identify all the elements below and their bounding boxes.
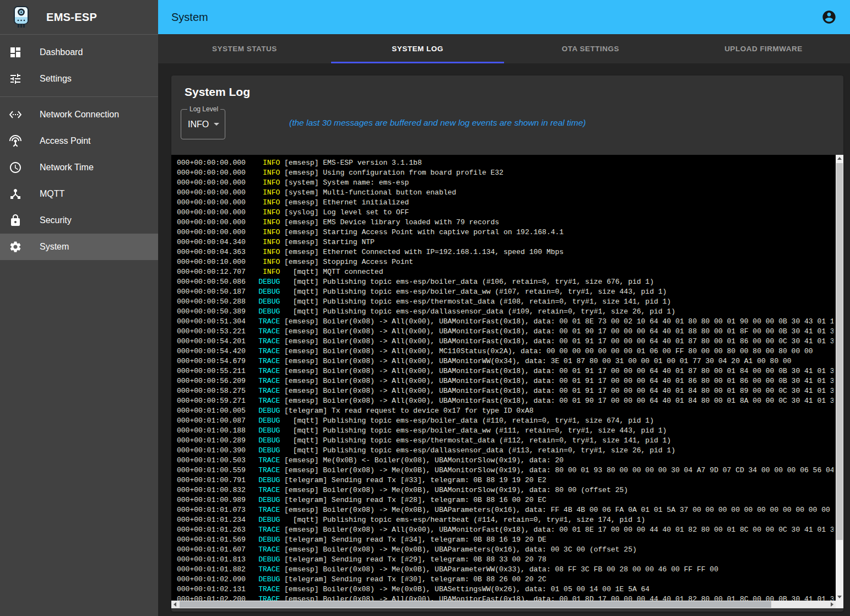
log-level-select[interactable]: Log Level INFO	[181, 109, 225, 139]
scroll-up-button[interactable]	[836, 155, 843, 163]
log-line: 000+00:00:58.275 TRACE [emsesp] Boiler(0…	[177, 386, 833, 396]
sidebar-item-security[interactable]: Security	[0, 207, 158, 234]
sidebar-item-label: Security	[40, 215, 72, 225]
sidebar-item-system[interactable]: System	[0, 234, 158, 260]
tab-label: OTA SETTINGS	[562, 45, 619, 53]
tab-upload-firmware[interactable]: UPLOAD FIRMWARE	[677, 34, 850, 63]
tab-label: SYSTEM STATUS	[212, 45, 277, 53]
log-line: 000+00:00:50.389 DEBUG [mqtt] Publishing…	[177, 307, 833, 317]
sidebar-item-label: Dashboard	[40, 47, 83, 57]
log-line: 000+00:00:00.000 INFO [emsesp] Using con…	[177, 168, 833, 178]
antenna-icon	[9, 134, 22, 148]
sidebar-item-label: MQTT	[40, 189, 64, 199]
chevron-down-icon	[214, 123, 219, 126]
tune-icon	[9, 72, 22, 85]
log-line: 000+00:01:00.087 DEBUG [mqtt] Publishing…	[177, 416, 833, 426]
log-line: 000+00:00:00.000 INFO [emsesp] Ethernet …	[177, 198, 833, 208]
sidebar-item-label: Access Point	[40, 136, 90, 146]
log-line: 000+00:01:00.503 TRACE [emsesp] Me(0x0B)…	[177, 456, 833, 466]
card-title: System Log	[185, 85, 250, 99]
ethernet-icon	[9, 108, 22, 121]
log-line: 000+00:00:00.000 INFO [emsesp] EMS-ESP v…	[177, 158, 833, 168]
card-header: System Log Log Level INFO (the last 30 m…	[171, 75, 843, 155]
device-hub-icon	[9, 187, 22, 201]
log-level-value: INFO	[188, 120, 209, 129]
tab-ota-settings[interactable]: OTA SETTINGS	[504, 34, 677, 63]
log-line: 000+00:00:00.000 INFO [emsesp] Starting …	[177, 228, 833, 237]
log-line: 000+00:01:00.791 DEBUG [telegram] Sendin…	[177, 475, 833, 485]
log-console: 000+00:00:00.000 INFO [emsesp] EMS-ESP v…	[171, 155, 843, 608]
log-line: 000+00:00:54.679 TRACE [emsesp] Boiler(0…	[177, 356, 833, 366]
tabbar: SYSTEM STATUSSYSTEM LOGOTA SETTINGSUPLOA…	[158, 34, 850, 63]
gear-icon	[9, 240, 22, 253]
sidebar-item-label: Network Connection	[40, 110, 119, 120]
log-line: 000+00:01:01.073 TRACE [emsesp] Boiler(0…	[177, 505, 833, 515]
tab-label: SYSTEM LOG	[392, 45, 443, 53]
horizontal-scrollbar-thumb[interactable]	[180, 601, 771, 608]
log-line: 000+00:00:00.000 INFO [emsesp] EMS Devic…	[177, 218, 833, 228]
tab-label: UPLOAD FIRMWARE	[724, 45, 803, 53]
log-line: 000+00:01:01.263 TRACE [emsesp] Boiler(0…	[177, 525, 833, 535]
scrollbar-corner	[836, 601, 843, 608]
vertical-scrollbar[interactable]	[836, 155, 843, 601]
log-line: 000+00:00:04.340 INFO [emsesp] Starting …	[177, 237, 833, 247]
log-line: 000+00:01:01.607 TRACE [emsesp] Boiler(0…	[177, 545, 833, 555]
scroll-down-button[interactable]	[836, 593, 843, 601]
scroll-right-button[interactable]	[828, 601, 836, 608]
sidebar-item-mqtt[interactable]: MQTT	[0, 181, 158, 207]
log-line: 000+00:00:50.086 DEBUG [mqtt] Publishing…	[177, 277, 833, 287]
log-line: 000+00:01:00.289 DEBUG [mqtt] Publishing…	[177, 436, 833, 446]
system-log-card: System Log Log Level INFO (the last 30 m…	[171, 75, 843, 612]
log-line: 000+00:00:51.304 TRACE [emsesp] Boiler(0…	[177, 317, 833, 327]
log-line: 000+00:00:00.000 INFO [syslog] Log level…	[177, 208, 833, 218]
log-line: 000+00:01:00.832 TRACE [emsesp] Boiler(0…	[177, 485, 833, 495]
lock-icon	[9, 214, 22, 227]
log-line: 000+00:01:02.090 DEBUG [telegram] Sendin…	[177, 575, 833, 585]
tab-system-status[interactable]: SYSTEM STATUS	[158, 34, 331, 63]
sidebar-item-dashboard[interactable]: Dashboard	[0, 39, 158, 66]
log-line: 000+00:01:02.131 TRACE [emsesp] Boiler(0…	[177, 585, 833, 595]
log-line: 000+00:00:50.288 DEBUG [mqtt] Publishing…	[177, 297, 833, 307]
log-note: (the last 30 messages are buffered and n…	[289, 118, 586, 128]
clock-icon	[9, 161, 22, 174]
sidebar-item-network-time[interactable]: Network Time	[0, 154, 158, 181]
page-title: System	[171, 11, 208, 24]
emsesp-logo-icon	[13, 6, 30, 28]
log-lines: 000+00:00:00.000 INFO [emsesp] EMS-ESP v…	[171, 155, 833, 601]
tab-system-log[interactable]: SYSTEM LOG	[331, 34, 504, 63]
log-line: 000+00:01:00.989 DEBUG [telegram] Sendin…	[177, 495, 833, 505]
log-level-label: Log Level	[187, 105, 220, 113]
log-line: 000+00:01:01.882 TRACE [emsesp] Boiler(0…	[177, 565, 833, 575]
appbar: System	[158, 0, 850, 34]
log-line: 000+00:00:00.000 INFO [system] System na…	[177, 178, 833, 188]
horizontal-scrollbar[interactable]	[171, 601, 836, 608]
vertical-scrollbar-thumb[interactable]	[836, 163, 843, 540]
log-line: 000+00:00:56.209 TRACE [emsesp] Boiler(0…	[177, 376, 833, 386]
log-line: 000+00:00:50.187 DEBUG [mqtt] Publishing…	[177, 287, 833, 297]
sidebar-item-network-connection[interactable]: Network Connection	[0, 101, 158, 128]
log-line: 000+00:01:01.813 DEBUG [telegram] Sendin…	[177, 555, 833, 565]
log-line: 000+00:00:04.363 INFO [emsesp] Ethernet …	[177, 247, 833, 257]
sidebar-item-settings[interactable]: Settings	[0, 66, 158, 92]
dashboard-icon	[9, 46, 22, 59]
log-line: 000+00:01:02.200 TRACE [emsesp] Boiler(0…	[177, 595, 833, 601]
sidebar-item-access-point[interactable]: Access Point	[0, 128, 158, 154]
log-line: 000+00:01:00.559 TRACE [emsesp] Boiler(0…	[177, 466, 833, 475]
log-line: 000+00:00:53.221 TRACE [emsesp] Boiler(0…	[177, 327, 833, 337]
log-line: 000+00:00:12.707 INFO [mqtt] MQTT connec…	[177, 267, 833, 277]
log-line: 000+00:01:01.234 DEBUG [mqtt] Publishing…	[177, 515, 833, 525]
sidebar: EMS-ESP DashboardSettingsNetwork Connect…	[0, 0, 158, 616]
log-line: 000+00:00:54.201 TRACE [emsesp] Boiler(0…	[177, 337, 833, 347]
app: EMS-ESP DashboardSettingsNetwork Connect…	[0, 0, 850, 616]
main: System SYSTEM STATUSSYSTEM LOGOTA SETTIN…	[158, 0, 850, 616]
content: System Log Log Level INFO (the last 30 m…	[158, 63, 850, 616]
log-line: 000+00:00:10.000 INFO [emsesp] Stopping …	[177, 257, 833, 267]
log-line: 000+00:00:00.000 INFO [system] Multi-fun…	[177, 188, 833, 198]
account-circle-icon[interactable]	[821, 9, 837, 25]
log-line: 000+00:01:00.188 DEBUG [mqtt] Publishing…	[177, 426, 833, 436]
sidebar-item-label: System	[40, 242, 69, 252]
sidebar-header: EMS-ESP	[0, 0, 158, 34]
log-line: 000+00:01:00.390 DEBUG [mqtt] Publishing…	[177, 446, 833, 456]
log-line: 000+00:00:54.420 TRACE [emsesp] Boiler(0…	[177, 347, 833, 356]
scroll-left-button[interactable]	[171, 601, 179, 608]
